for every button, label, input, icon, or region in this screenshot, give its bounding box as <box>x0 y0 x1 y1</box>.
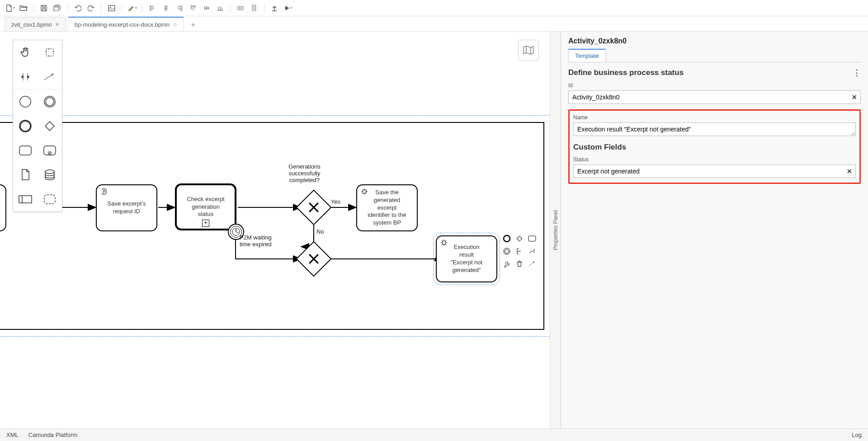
svg-rect-4 <box>242 6 243 10</box>
no-label: No <box>316 228 324 235</box>
end-event-tool[interactable] <box>13 114 38 138</box>
separator <box>230 3 231 13</box>
deploy-button[interactable] <box>268 2 281 14</box>
hand-tool[interactable] <box>13 40 38 65</box>
lasso-tool[interactable] <box>38 40 62 65</box>
wrench-icon[interactable] <box>502 259 512 269</box>
align-center-v-button[interactable] <box>200 2 213 14</box>
context-pad <box>502 234 539 269</box>
tab-label: zvit_csv1.bpmn <box>11 21 52 28</box>
align-right-button[interactable] <box>173 2 186 14</box>
gateway-tool[interactable] <box>38 114 62 138</box>
save-all-button[interactable] <box>51 2 64 14</box>
svg-rect-6 <box>252 7 256 9</box>
space-tool[interactable] <box>13 65 38 89</box>
task-tool[interactable] <box>13 138 38 163</box>
separator <box>67 3 68 13</box>
undo-button[interactable] <box>71 2 84 14</box>
distribute-v-button[interactable] <box>248 2 260 14</box>
open-file-button[interactable] <box>17 2 30 14</box>
align-bottom-button[interactable] <box>214 2 226 14</box>
intermediate-event-tool[interactable] <box>38 89 62 114</box>
svg-point-9 <box>20 96 31 107</box>
append-task-icon[interactable] <box>527 234 537 244</box>
status-bar: XML Camunda Platform Log <box>0 428 868 441</box>
svg-point-12 <box>20 121 31 131</box>
annotation-icon[interactable] <box>514 246 524 256</box>
svg-rect-14 <box>19 146 31 155</box>
append-gateway-icon[interactable] <box>514 234 524 244</box>
run-button[interactable]: ▾ <box>282 2 294 14</box>
save-button[interactable] <box>38 2 50 14</box>
template-tab[interactable]: Template <box>568 49 606 62</box>
new-file-button[interactable]: ▾ <box>4 2 16 14</box>
svg-rect-0 <box>108 5 115 11</box>
change-type-icon[interactable] <box>527 246 537 256</box>
color-button[interactable]: ▾ <box>126 2 138 14</box>
status-platform[interactable]: Camunda Platform <box>28 432 77 438</box>
yes-label: Yes <box>331 198 340 205</box>
service-icon <box>361 188 368 197</box>
diagram-canvas[interactable]: Save excerpt's request ID Check excerpt … <box>0 32 550 428</box>
connect-tool[interactable] <box>38 65 62 89</box>
pool[interactable] <box>0 122 544 330</box>
id-input[interactable] <box>568 90 861 104</box>
task-save-generated-id[interactable]: Save the generated excerpt identifier to… <box>356 184 418 231</box>
align-top-button[interactable] <box>187 2 199 14</box>
task-save-request-id[interactable]: Save excerpt's request ID <box>96 184 157 231</box>
timer-label: P2M waiting time expired <box>240 234 272 248</box>
gateway-question-label: Generations successfully completed? <box>288 163 321 183</box>
subprocess-tool[interactable] <box>38 138 62 163</box>
diagram: Save excerpt's request ID Check excerpt … <box>0 115 550 332</box>
file-tab-2[interactable]: bp-modeling-excerpt-csv-docx.bpmn ○ <box>68 17 184 31</box>
align-center-h-button[interactable] <box>160 2 172 14</box>
group-menu-icon[interactable]: ⋮ <box>853 68 861 78</box>
status-xml[interactable]: XML <box>6 432 19 438</box>
separator <box>264 3 264 13</box>
main-area: Save excerpt's request ID Check excerpt … <box>0 32 868 428</box>
add-tab-button[interactable]: + <box>186 19 201 31</box>
close-icon[interactable]: × <box>56 21 59 28</box>
status-input[interactable] <box>573 164 856 178</box>
start-event-tool[interactable] <box>13 89 38 114</box>
element-palette <box>13 40 62 212</box>
properties-panel-toggle[interactable]: Properties Panel <box>550 32 561 428</box>
clear-status-icon[interactable]: ✕ <box>847 168 852 175</box>
task-label: Execution result "Excerpt not generated" <box>451 244 482 274</box>
properties-panel: Activity_0zxk8n0 Template Define busines… <box>561 32 868 428</box>
delete-icon[interactable] <box>514 259 524 269</box>
svg-point-1 <box>110 6 111 8</box>
task-check-generation-status[interactable]: Check excerpt generation status + <box>175 183 236 230</box>
name-input[interactable] <box>573 122 856 136</box>
svg-rect-18 <box>19 196 32 203</box>
status-log[interactable]: Log <box>852 432 862 438</box>
svg-rect-29 <box>517 236 522 241</box>
redo-button[interactable] <box>85 2 98 14</box>
tab-label: bp-modeling-excerpt-csv-docx.bpmn <box>75 21 170 28</box>
svg-point-17 <box>45 170 54 174</box>
svg-rect-30 <box>528 236 536 241</box>
custom-fields-title: Custom Fields <box>573 143 626 152</box>
properties-title: Activity_0zxk8n0 <box>568 37 861 45</box>
file-tabstrip: zvit_csv1.bpmn × bp-modeling-excerpt-csv… <box>0 16 868 32</box>
clear-id-icon[interactable]: ✕ <box>852 94 857 101</box>
connect-icon[interactable] <box>527 259 537 269</box>
separator <box>101 3 102 13</box>
task-offscreen[interactable] <box>0 184 6 231</box>
svg-rect-5 <box>252 5 256 6</box>
file-tab-1[interactable]: zvit_csv1.bpmn × <box>5 17 66 31</box>
data-store-tool[interactable] <box>38 163 62 187</box>
align-left-button[interactable] <box>146 2 159 14</box>
service-icon <box>440 239 448 249</box>
append-intermediate-event-icon[interactable] <box>502 246 512 256</box>
minimap-toggle[interactable] <box>518 40 539 61</box>
append-end-event-icon[interactable] <box>502 234 512 244</box>
distribute-h-button[interactable] <box>234 2 247 14</box>
svg-rect-8 <box>46 49 53 56</box>
group-tool[interactable] <box>38 187 62 211</box>
task-execution-result-selected[interactable]: Execution result "Excerpt not generated" <box>436 235 497 282</box>
pool-tool[interactable] <box>13 187 38 211</box>
data-object-tool[interactable] <box>13 163 38 187</box>
svg-point-32 <box>505 249 509 253</box>
image-button[interactable] <box>105 2 118 14</box>
